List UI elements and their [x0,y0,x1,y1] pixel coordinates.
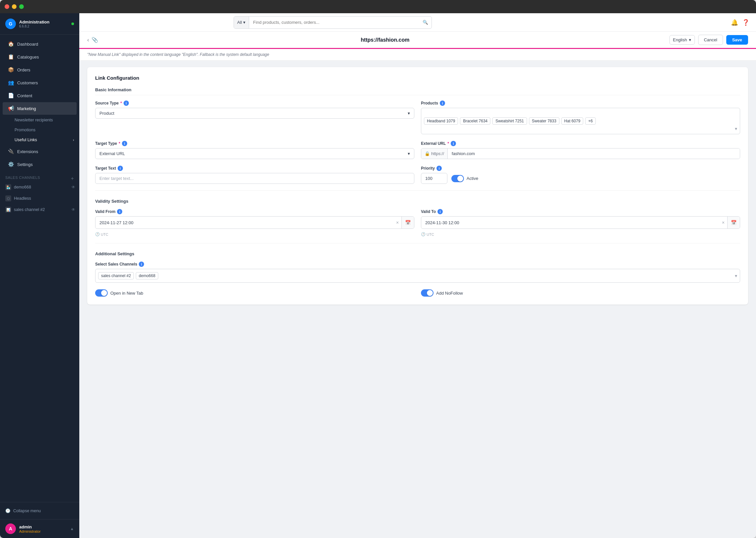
source-type-info-icon[interactable]: i [123,100,129,106]
valid-to-info-icon[interactable]: i [438,209,443,214]
app-info: Administration 6.6.8.2 [19,20,50,28]
sidebar-item-marketing[interactable]: 📢 Marketing [3,102,77,115]
collapse-menu-button[interactable]: 🕐 Collapse menu [5,506,74,515]
target-type-info-icon[interactable]: i [122,141,127,146]
target-type-group: Target Type * i External URL ▾ [95,141,414,159]
validity-title: Validity Settings [95,199,740,204]
valid-from-label: Valid From i [95,209,414,214]
valid-from-clear-button[interactable]: × [394,220,402,225]
add-nofollow-toggle[interactable] [421,289,434,296]
product-tag: Bracelet 7634 [460,117,490,125]
url-input[interactable] [448,148,740,159]
valid-to-input[interactable] [421,218,719,228]
sidebar-item-catalogues[interactable]: 📋 Catalogues [3,51,77,63]
target-priority-row: Target Text i Priority i [95,166,740,184]
page-actions: English ▾ Cancel Save [669,35,748,45]
search-type-button[interactable]: All ▾ [234,17,249,28]
sidebar-footer: 🕐 Collapse menu [0,502,79,519]
settings-icon: ⚙️ [8,161,14,167]
sidebar-item-demo668[interactable]: 🏪 demo668 👁 [0,182,79,193]
target-url-row: Target Type * i External URL ▾ [95,141,740,159]
valid-to-input-group: × 📅 [421,216,740,229]
sidebar-item-headless[interactable]: ⬡ Headless [0,193,79,204]
sales-channels-tags[interactable]: sales channel #2 demo668 ▾ [95,269,740,283]
sales-channel-2-icon: 📊 [5,207,11,213]
target-type-label: Target Type * i [95,141,414,146]
valid-from-info-icon[interactable]: i [117,209,122,214]
language-selector[interactable]: English ▾ [669,35,695,45]
chevron-up-icon: ▲ [70,526,74,531]
sidebar-item-label: Marketing [17,106,36,111]
valid-from-calendar-button[interactable]: 📅 [402,217,414,229]
target-text-info-icon[interactable]: i [118,166,123,171]
sidebar-item-settings[interactable]: ⚙️ Settings [3,158,77,171]
valid-to-timezone-hint: 🕐 UTC [421,232,740,237]
visibility-2-icon[interactable]: 👁 [71,207,75,212]
products-container[interactable]: Headband 1079 Bracelet 7634 Sweatshirt 7… [421,108,740,134]
cancel-button[interactable]: Cancel [698,35,723,45]
priority-input[interactable] [421,173,448,184]
add-nofollow-label: Add NoFollow [436,291,463,296]
sales-channels-info-icon[interactable]: i [139,262,144,267]
divider2 [95,243,740,243]
chevron-down-icon: ▾ [243,20,246,25]
extensions-icon: 🔌 [8,148,14,154]
product-tag: Sweater 7833 [529,117,559,125]
notifications-button[interactable]: 🔔 [731,19,738,26]
source-products-row: Source Type * i Product ▾ [95,100,740,134]
maximize-button[interactable] [19,4,24,9]
marketing-icon: 📢 [8,105,14,111]
sidebar-item-promotions[interactable]: Promotions [0,125,79,135]
sidebar-item-sales-channel-2[interactable]: 📊 sales channel #2 👁 [0,204,79,215]
close-button[interactable] [5,4,9,9]
valid-from-input-group: × 📅 [95,216,414,229]
dashboard-icon: 🏠 [8,41,14,47]
sales-channels-dropdown-button[interactable]: ▾ [735,273,737,278]
more-products-button[interactable]: +6 [585,117,596,125]
back-button[interactable]: ‹ [87,37,89,43]
valid-to-calendar-button[interactable]: 📅 [727,217,740,229]
target-text-input[interactable] [95,173,414,184]
validity-section: Validity Settings Valid From i × [95,199,740,237]
user-info: admin Administrator [19,524,41,533]
target-type-select[interactable]: External URL ▾ [95,148,414,159]
valid-from-input[interactable] [95,218,394,228]
active-toggle[interactable] [451,175,464,182]
search-button[interactable]: 🔍 [419,20,432,25]
valid-to-clear-button[interactable]: × [719,220,727,225]
status-indicator [71,23,74,25]
priority-info-icon[interactable]: i [437,166,442,171]
search-input[interactable] [249,17,419,28]
external-url-group: External URL * i 🔒 https:// [421,141,740,159]
open-new-tab-label: Open in New Tab [110,291,143,296]
open-new-tab-group: Open in New Tab [95,289,414,296]
channel-tag: demo668 [136,272,158,279]
toggle-knob [101,290,107,296]
sidebar-item-useful-links[interactable]: Useful Links › [0,135,79,145]
minimize-button[interactable] [12,4,17,9]
products-info-icon[interactable]: i [440,100,445,106]
sidebar-item-label: Orders [17,68,30,73]
add-sales-channel-button[interactable]: + [71,176,74,182]
breadcrumb-button[interactable]: 📎 [92,37,98,43]
sidebar-item-content[interactable]: 📄 Content [3,89,77,102]
open-new-tab-toggle[interactable] [95,289,108,296]
sidebar-item-customers[interactable]: 👥 Customers [3,77,77,89]
sales-channels-section-title: Sales Channels + [0,171,79,182]
sidebar-item-extensions[interactable]: 🔌 Extensions [3,145,77,158]
help-button[interactable]: ❓ [742,19,749,26]
sidebar-item-dashboard[interactable]: 🏠 Dashboard [3,38,77,50]
source-type-select[interactable]: Product ▾ [95,108,414,119]
chevron-right-icon: › [73,138,74,142]
sidebar-item-newsletter[interactable]: Newsletter recipients [0,115,79,125]
catalogues-icon: 📋 [8,54,14,60]
sidebar-item-orders[interactable]: 📦 Orders [3,64,77,76]
app-logo: G [5,19,16,29]
save-button[interactable]: Save [726,35,748,45]
url-input-group: 🔒 https:// [421,148,740,159]
external-url-info-icon[interactable]: i [451,141,456,146]
external-url-label: External URL * i [421,141,740,146]
app-body: G Administration 6.6.8.2 🏠 Dashboard 📋 C… [0,13,756,538]
user-area[interactable]: A admin Administrator ▲ [0,519,79,538]
visibility-icon[interactable]: 👁 [71,185,75,189]
